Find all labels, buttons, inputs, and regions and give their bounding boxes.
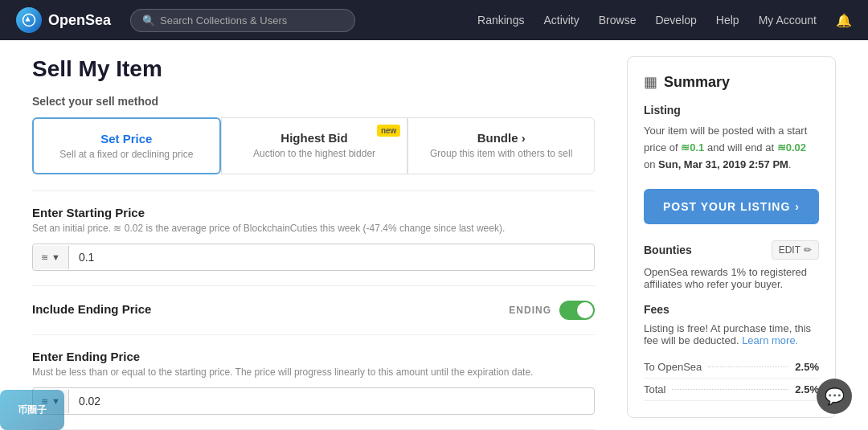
nav-help[interactable]: Help <box>716 14 739 27</box>
fee-dots-1 <box>708 367 788 367</box>
listing-section: Listing Your item will be posted with a … <box>644 104 819 173</box>
ending-price-sub: Must be less than or equal to the starti… <box>32 367 595 378</box>
chat-bubble-button[interactable]: 💬 <box>817 379 852 414</box>
listing-text-period: . <box>788 158 792 170</box>
ending-toggle-row: Include Ending Price ENDING <box>32 301 595 320</box>
fees-label: Fees <box>644 303 819 316</box>
search-bar[interactable]: 🔍 <box>130 9 355 32</box>
ending-price-input[interactable] <box>69 388 166 414</box>
nav-links: Rankings Activity Browse Develop Help My… <box>477 13 852 28</box>
nav-activity[interactable]: Activity <box>543 14 579 27</box>
right-sidebar: ▦ Summary Listing Your item will be post… <box>627 56 836 430</box>
highest-bid-title: Highest Bid <box>231 131 398 145</box>
fee-name-total: Total <box>644 383 665 395</box>
starting-price-section: Enter Starting Price Set an initial pric… <box>32 190 595 285</box>
bundle-sub: Group this item with others to sell <box>418 148 584 159</box>
listing-text-mid: and will end at <box>704 141 776 154</box>
starting-price-title: Enter Starting Price <box>32 206 595 219</box>
starting-price-sub: Set an initial price. ≋ 0.02 is the aver… <box>32 223 595 234</box>
fee-value-total: 2.5% <box>795 383 819 395</box>
post-btn-arrow-icon: › <box>795 200 800 213</box>
watermark: 币圈子 <box>0 390 64 430</box>
ending-toggle-label-group: Include Ending Price <box>32 302 509 319</box>
set-price-title: Set Price <box>43 132 210 145</box>
fee-name-opensea: To OpenSea <box>644 361 702 373</box>
starting-price-input-group: ≋ ▼ <box>32 244 595 271</box>
fees-list: To OpenSea 2.5% Total 2.5% <box>644 356 819 401</box>
fee-row-total: Total 2.5% <box>644 379 819 401</box>
eth-icon: ≋ <box>41 252 48 263</box>
end-date: Sun, Mar 31, 2019 2:57 PM <box>658 158 788 170</box>
toggle-right: ENDING <box>509 301 595 320</box>
page-title: Sell My Item <box>32 56 595 82</box>
fee-row-opensea: To OpenSea 2.5% <box>644 356 819 379</box>
listing-label: Listing <box>644 104 819 117</box>
edit-pencil-icon: ✏ <box>804 244 812 256</box>
set-price-sub: Sell at a fixed or declining price <box>43 149 210 160</box>
nav-browse[interactable]: Browse <box>599 14 637 27</box>
edit-button[interactable]: EDIT ✏ <box>772 240 819 260</box>
fees-text: Listing is free! At purchase time, this … <box>644 322 819 346</box>
nav-rankings[interactable]: Rankings <box>477 14 524 27</box>
summary-icon: ▦ <box>644 73 657 91</box>
post-btn-label: POST YOUR LISTING <box>663 200 790 213</box>
left-content: Sell My Item Select your sell method Set… <box>32 56 595 430</box>
fee-value-opensea: 2.5% <box>795 361 819 373</box>
ending-toggle-title: Include Ending Price <box>32 302 509 316</box>
listing-text: Your item will be posted with a start pr… <box>644 123 819 173</box>
starting-currency-selector[interactable]: ≋ ▼ <box>33 246 69 269</box>
sell-method-label: Select your sell method <box>32 95 595 108</box>
ending-price-title: Enter Ending Price <box>32 350 595 363</box>
highest-bid-sub: Auction to the highest bidder <box>231 148 398 159</box>
summary-box: ▦ Summary Listing Your item will be post… <box>627 56 836 418</box>
search-input[interactable] <box>160 14 343 27</box>
chat-icon: 💬 <box>825 387 845 406</box>
new-badge: new <box>377 125 400 137</box>
edit-label: EDIT <box>779 244 800 256</box>
bounties-text: OpenSea rewards 1% to registered affilia… <box>644 266 819 290</box>
method-bundle[interactable]: Bundle › Group this item with others to … <box>407 117 595 174</box>
dropdown-icon: ▼ <box>51 252 60 262</box>
end-price: ≋0.02 <box>777 141 806 154</box>
starting-price-input[interactable] <box>69 244 166 270</box>
listing-text-end: on <box>644 158 658 170</box>
ending-price-input-group: ≋ ▼ <box>32 387 595 415</box>
bundle-title: Bundle › <box>418 131 584 145</box>
logo[interactable]: OpenSea <box>16 7 111 33</box>
start-price: ≋0.1 <box>681 141 704 154</box>
brand-name: OpenSea <box>48 12 111 29</box>
ending-price-section: Enter Ending Price Must be less than or … <box>32 334 595 429</box>
notification-bell-icon[interactable]: 🔔 <box>836 13 852 28</box>
method-set-price[interactable]: Set Price Sell at a fixed or declining p… <box>32 117 221 174</box>
nav-account[interactable]: My Account <box>759 14 817 27</box>
navbar: OpenSea 🔍 Rankings Activity Browse Devel… <box>0 0 868 40</box>
learn-more-link[interactable]: Learn more. <box>742 334 798 346</box>
nav-develop[interactable]: Develop <box>655 14 696 27</box>
main-container: Sell My Item Select your sell method Set… <box>0 40 868 430</box>
bounties-label: Bounties <box>644 244 692 256</box>
toggle-knob <box>577 302 593 318</box>
bounties-row: Bounties EDIT ✏ <box>644 240 819 260</box>
sell-method-row: Set Price Sell at a fixed or declining p… <box>32 117 595 174</box>
ending-toggle-section: Include Ending Price ENDING <box>32 285 595 334</box>
ending-label: ENDING <box>509 305 551 316</box>
summary-title: Summary <box>664 74 730 91</box>
post-listing-button[interactable]: POST YOUR LISTING› <box>644 189 819 224</box>
search-icon: 🔍 <box>142 14 155 27</box>
fee-dots-2 <box>672 389 788 390</box>
ending-price-toggle[interactable] <box>559 301 595 320</box>
method-highest-bid[interactable]: new Highest Bid Auction to the highest b… <box>221 117 408 174</box>
summary-title-row: ▦ Summary <box>644 73 819 91</box>
logo-icon <box>16 7 42 33</box>
